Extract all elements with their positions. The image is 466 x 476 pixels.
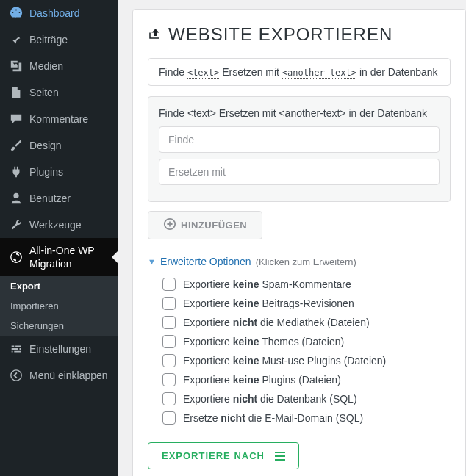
checkbox[interactable]	[162, 411, 176, 425]
find-replace-summary[interactable]: Finde <text> Ersetzen mit <another-text>…	[148, 58, 451, 86]
brush-icon	[9, 138, 24, 153]
sliders-icon	[9, 342, 24, 356]
find-replace-header: Finde <text> Ersetzen mit <another-text>…	[159, 107, 440, 119]
triangle-down-icon: ▼	[148, 257, 156, 266]
submenu-import[interactable]: Importieren	[0, 296, 118, 316]
find-replace-form: Finde <text> Ersetzen mit <another-text>…	[148, 96, 451, 202]
options-list: Exportiere keine Spam-Kommentare Exporti…	[148, 275, 451, 428]
option-themes[interactable]: Exportiere keine Themes (Dateien)	[162, 332, 451, 351]
user-icon	[9, 191, 24, 206]
advanced-options: ▼ Erweiterte Optionen (Klicken zum Erwei…	[148, 256, 451, 428]
advanced-hint: (Klicken zum Erweitern)	[256, 256, 356, 267]
sidebar-item-posts[interactable]: Beiträge	[0, 26, 118, 53]
plus-icon	[163, 217, 176, 233]
option-plugins[interactable]: Exportiere keine Plugins (Dateien)	[162, 370, 451, 389]
admin-sidebar: Dashboard Beiträge Medien Seiten Komment…	[0, 0, 118, 476]
sidebar-submenu: Export Importieren Sicherungen	[0, 276, 118, 336]
option-email[interactable]: Ersetze nicht die E-Mail-Domain (SQL)	[162, 408, 451, 428]
replace-input[interactable]	[159, 159, 440, 185]
sidebar-item-media[interactable]: Medien	[0, 53, 118, 79]
sidebar-item-appearance[interactable]: Design	[0, 132, 118, 159]
checkbox[interactable]	[162, 354, 176, 367]
page-icon	[9, 85, 24, 100]
wrench-icon	[9, 217, 24, 232]
option-spam[interactable]: Exportiere keine Spam-Kommentare	[162, 275, 451, 294]
advanced-toggle[interactable]: ▼ Erweiterte Optionen (Klicken zum Erwei…	[148, 256, 451, 267]
gauge-icon	[9, 6, 24, 21]
migration-icon	[9, 250, 24, 264]
sidebar-item-settings[interactable]: Einstellungen	[0, 336, 118, 362]
checkbox[interactable]	[162, 278, 176, 291]
sidebar-item-users[interactable]: Benutzer	[0, 185, 118, 212]
sidebar-item-comments[interactable]: Kommentare	[0, 106, 118, 132]
sidebar-item-plugins[interactable]: Plugins	[0, 159, 118, 185]
checkbox[interactable]	[162, 392, 176, 405]
sidebar-label: Benutzer	[29, 192, 71, 205]
sidebar-item-tools[interactable]: Werkzeuge	[0, 212, 118, 238]
sidebar-label: Menü einklappen	[29, 369, 108, 382]
sidebar-item-pages[interactable]: Seiten	[0, 79, 118, 106]
option-muplugins[interactable]: Exportiere keine Must-use Plugins (Datei…	[162, 351, 451, 370]
sidebar-label: Einstellungen	[29, 342, 91, 356]
sidebar-label: Dashboard	[29, 7, 80, 20]
page-title-text: WEBSITE EXPORTIEREN	[168, 24, 392, 45]
sidebar-label: Beiträge	[29, 33, 68, 46]
submenu-backups[interactable]: Sicherungen	[0, 316, 118, 336]
svg-point-1	[11, 370, 21, 381]
export-icon	[148, 24, 161, 45]
find-input[interactable]	[159, 126, 440, 153]
pin-icon	[9, 32, 24, 47]
add-button-label: HINZUFÜGEN	[181, 220, 247, 231]
export-panel: WEBSITE EXPORTIEREN Finde <text> Ersetze…	[132, 9, 466, 476]
main-content: WEBSITE EXPORTIEREN Finde <text> Ersetze…	[118, 0, 466, 476]
option-revisions[interactable]: Exportiere keine Beitrags-Revisionen	[162, 294, 451, 313]
media-icon	[9, 59, 24, 73]
export-button[interactable]: EXPORTIERE NACH	[148, 442, 299, 469]
sidebar-label: Kommentare	[29, 112, 88, 126]
checkbox[interactable]	[162, 373, 176, 386]
export-button-label: EXPORTIERE NACH	[162, 450, 265, 461]
option-media[interactable]: Exportiere nicht die Mediathek (Dateien)	[162, 313, 451, 332]
page-title: WEBSITE EXPORTIEREN	[148, 24, 451, 45]
sidebar-label: Medien	[29, 60, 63, 73]
menu-icon	[275, 452, 285, 461]
sidebar-label: All-in-One WP Migration	[29, 244, 109, 270]
plug-icon	[9, 165, 24, 179]
sidebar-label: Design	[29, 139, 62, 152]
sidebar-label: Plugins	[29, 165, 63, 178]
sidebar-item-collapse[interactable]: Menü einklappen	[0, 362, 118, 389]
checkbox[interactable]	[162, 297, 176, 310]
submenu-export[interactable]: Export	[0, 276, 118, 296]
sidebar-label: Seiten	[29, 86, 59, 99]
advanced-label: Erweiterte Optionen	[160, 256, 251, 267]
comment-icon	[9, 112, 24, 126]
checkbox[interactable]	[162, 335, 176, 348]
add-button[interactable]: HINZUFÜGEN	[148, 211, 262, 239]
option-database[interactable]: Exportiere nicht die Datenbank (SQL)	[162, 389, 451, 408]
sidebar-item-migration[interactable]: All-in-One WP Migration	[0, 238, 118, 276]
sidebar-label: Werkzeuge	[29, 218, 82, 231]
checkbox[interactable]	[162, 316, 176, 329]
sidebar-item-dashboard[interactable]: Dashboard	[0, 0, 118, 26]
collapse-icon	[9, 368, 24, 383]
